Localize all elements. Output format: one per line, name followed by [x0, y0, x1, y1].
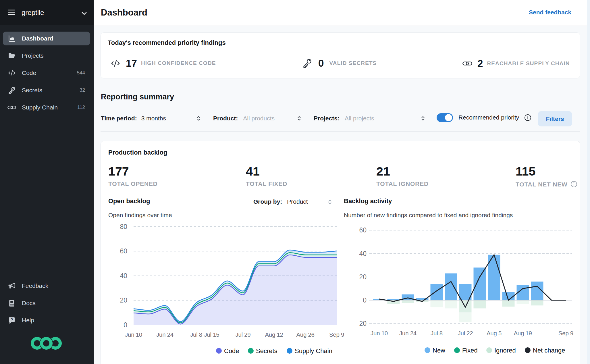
svg-text:Jul 8: Jul 8	[431, 330, 443, 336]
svg-text:Jul 8: Jul 8	[190, 331, 202, 338]
svg-text:80: 80	[120, 223, 127, 230]
svg-text:60: 60	[120, 247, 127, 255]
svg-text:-20: -20	[357, 320, 367, 327]
svg-text:Sep 9: Sep 9	[329, 331, 344, 338]
svg-text:Jul 22: Jul 22	[458, 330, 473, 336]
svg-text:0: 0	[124, 321, 127, 329]
svg-text:Secrets: Secrets	[256, 347, 277, 355]
svg-text:Jun 24: Jun 24	[156, 331, 173, 338]
svg-text:Code: Code	[224, 347, 239, 355]
svg-text:Aug 26: Aug 26	[296, 331, 314, 338]
svg-text:Jun 10: Jun 10	[371, 330, 388, 336]
svg-text:Jun 10: Jun 10	[125, 331, 142, 338]
svg-text:Jun 24: Jun 24	[399, 330, 417, 336]
svg-text:Jul 15: Jul 15	[204, 331, 219, 338]
svg-text:Ignored: Ignored	[494, 347, 516, 354]
svg-text:Supply Chain: Supply Chain	[295, 347, 332, 355]
svg-text:?: ?	[11, 317, 13, 322]
svg-text:Aug 12: Aug 12	[265, 331, 283, 338]
svg-text:0: 0	[363, 296, 367, 304]
svg-text:Sep 9: Sep 9	[558, 330, 573, 336]
svg-text:New: New	[433, 347, 445, 354]
svg-text:Net change: Net change	[533, 347, 565, 354]
svg-text:40: 40	[359, 250, 367, 257]
svg-text:60: 60	[359, 226, 367, 234]
svg-text:Aug 5: Aug 5	[487, 330, 502, 336]
svg-text:40: 40	[120, 272, 127, 280]
svg-text:Aug 19: Aug 19	[514, 330, 532, 336]
svg-text:Jul 29: Jul 29	[236, 331, 251, 338]
svg-text:20: 20	[359, 273, 367, 281]
svg-text:20: 20	[120, 296, 127, 304]
svg-text:Fixed: Fixed	[462, 347, 478, 354]
